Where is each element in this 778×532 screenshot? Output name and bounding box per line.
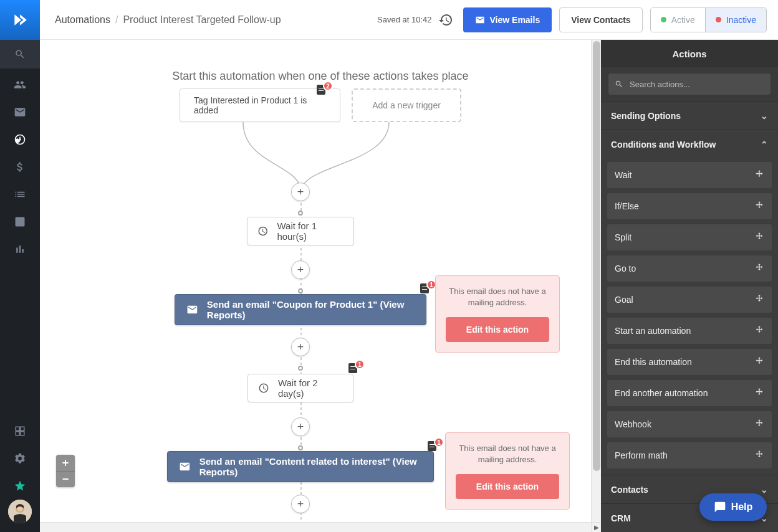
action-item[interactable]: Webhook xyxy=(607,411,772,437)
drag-handle-icon[interactable] xyxy=(754,387,764,399)
view-emails-button[interactable]: View Emails xyxy=(463,7,552,32)
action-item[interactable]: End another automation xyxy=(607,380,772,406)
scrollbar-thumb[interactable] xyxy=(593,41,600,471)
add-step-button[interactable]: + xyxy=(291,495,310,513)
nav-settings-icon[interactable] xyxy=(0,445,40,472)
nav-star-icon[interactable] xyxy=(0,472,40,500)
history-icon[interactable] xyxy=(438,12,453,27)
help-button[interactable]: Help xyxy=(699,493,767,521)
action-item[interactable]: Perform math xyxy=(607,442,772,468)
email-step-1[interactable]: Send an email "Coupon for Product 1" (Vi… xyxy=(175,294,426,325)
drag-handle-icon[interactable] xyxy=(754,294,764,306)
add-step-button[interactable]: + xyxy=(291,260,310,279)
action-item[interactable]: Wait xyxy=(607,162,772,188)
status-active-button[interactable]: Active xyxy=(651,8,705,32)
action-item[interactable]: If/Else xyxy=(607,193,772,219)
email-icon xyxy=(186,303,198,316)
warning-message: This email does not have a mailing addre… xyxy=(446,286,549,308)
chat-icon xyxy=(714,501,726,513)
action-item[interactable]: Goal xyxy=(607,287,772,313)
app-logo[interactable] xyxy=(0,0,40,40)
status-inactive-button[interactable]: Inactive xyxy=(705,8,766,32)
connector-dot xyxy=(298,445,303,450)
section-conditions-workflow[interactable]: Conditions and Workflow ⌃ xyxy=(601,130,778,158)
drag-handle-icon[interactable] xyxy=(754,419,764,430)
breadcrumb-current: Product Interest Targeted Follow-up xyxy=(123,14,281,26)
flow-title: Start this automation when one of these … xyxy=(40,70,601,83)
action-item-label: If/Else xyxy=(615,201,639,211)
action-item-label: Start an automation xyxy=(615,326,691,336)
nav-apps-icon[interactable] xyxy=(0,417,40,445)
nav-contacts-icon[interactable] xyxy=(0,71,40,98)
canvas-scrollbar-horizontal[interactable]: ▶ xyxy=(40,522,591,532)
drag-handle-icon[interactable] xyxy=(754,263,764,275)
user-avatar[interactable] xyxy=(8,500,32,523)
add-step-button[interactable]: + xyxy=(291,338,310,356)
nav-deals-icon[interactable] xyxy=(0,153,40,181)
svg-point-0 xyxy=(19,138,21,140)
drag-handle-icon[interactable] xyxy=(754,450,764,462)
add-step-button[interactable]: + xyxy=(291,417,310,436)
scroll-right-arrow[interactable]: ▶ xyxy=(591,522,601,532)
status-toggle: Active Inactive xyxy=(650,7,767,32)
action-item-label: Goal xyxy=(615,295,633,305)
zoom-out-button[interactable]: − xyxy=(56,471,75,487)
breadcrumb: Automations / Product Interest Targeted … xyxy=(55,14,281,26)
actions-panel-title: Actions xyxy=(601,40,778,67)
nav-campaigns-icon[interactable] xyxy=(0,98,40,126)
email-step-2[interactable]: Send an email "Content related to intere… xyxy=(167,451,434,482)
status-dot-active xyxy=(661,17,666,22)
trigger-note-badge[interactable]: 2 xyxy=(317,83,330,97)
drag-handle-icon[interactable] xyxy=(754,325,764,337)
connector-dot xyxy=(298,288,303,293)
search-icon xyxy=(615,80,623,88)
status-dot-inactive xyxy=(716,17,721,22)
drag-handle-icon[interactable] xyxy=(754,232,764,244)
action-item[interactable]: Go to xyxy=(607,255,772,282)
edit-action-button[interactable]: Edit this action xyxy=(446,317,549,342)
actions-search-input[interactable] xyxy=(628,79,764,90)
saved-timestamp: Saved at 10:42 xyxy=(377,15,431,24)
action-item-label: Perform math xyxy=(615,450,668,460)
connector-dot xyxy=(298,211,303,216)
conditions-body: WaitIf/ElseSplitGo toGoalStart an automa… xyxy=(601,158,778,475)
email-icon xyxy=(179,460,191,473)
actions-search-row xyxy=(601,67,778,101)
actions-panel: Actions Sending Options ⌄ Conditions and… xyxy=(601,40,778,532)
view-contacts-button[interactable]: View Contacts xyxy=(559,7,642,32)
drag-handle-icon[interactable] xyxy=(754,356,764,368)
connector-dot xyxy=(298,366,303,371)
drag-handle-icon[interactable] xyxy=(754,169,764,181)
chevron-up-icon: ⌃ xyxy=(761,140,768,150)
zoom-in-button[interactable]: + xyxy=(56,455,75,471)
section-sending-options[interactable]: Sending Options ⌄ xyxy=(601,101,778,130)
add-trigger-card[interactable]: Add a new trigger xyxy=(352,88,461,122)
canvas-scrollbar-vertical[interactable] xyxy=(591,40,601,532)
clock-icon xyxy=(257,225,268,237)
chevron-down-icon: ⌄ xyxy=(761,485,768,495)
automation-canvas[interactable]: Start this automation when one of these … xyxy=(40,40,601,532)
add-step-button[interactable]: + xyxy=(291,183,310,201)
action-item-label: Wait xyxy=(615,170,632,180)
action-item-label: Go to xyxy=(615,264,636,273)
warning-message: This email does not have a mailing addre… xyxy=(456,443,559,465)
action-item[interactable]: Split xyxy=(607,224,772,250)
drag-handle-icon[interactable] xyxy=(754,201,764,212)
nav-automations-icon[interactable] xyxy=(0,126,40,153)
action-item-label: End another automation xyxy=(615,388,708,398)
action-item[interactable]: End this automation xyxy=(607,349,772,375)
nav-lists-icon[interactable] xyxy=(0,181,40,208)
action-item-label: Split xyxy=(615,232,632,242)
chevron-down-icon: ⌄ xyxy=(761,111,768,121)
clock-icon xyxy=(258,382,269,394)
email-1-warning-popover: This email does not have a mailing addre… xyxy=(435,275,560,353)
nav-forms-icon[interactable] xyxy=(0,208,40,235)
action-item[interactable]: Start an automation xyxy=(607,318,772,344)
wait-step-1[interactable]: Wait for 1 hour(s) xyxy=(247,217,354,245)
nav-search-icon[interactable] xyxy=(0,40,40,69)
zoom-controls: + − xyxy=(56,455,75,487)
wait-step-2[interactable]: Wait for 2 day(s) xyxy=(247,374,353,402)
nav-reports-icon[interactable] xyxy=(0,235,40,263)
edit-action-button[interactable]: Edit this action xyxy=(456,474,559,499)
breadcrumb-root[interactable]: Automations xyxy=(55,14,110,26)
